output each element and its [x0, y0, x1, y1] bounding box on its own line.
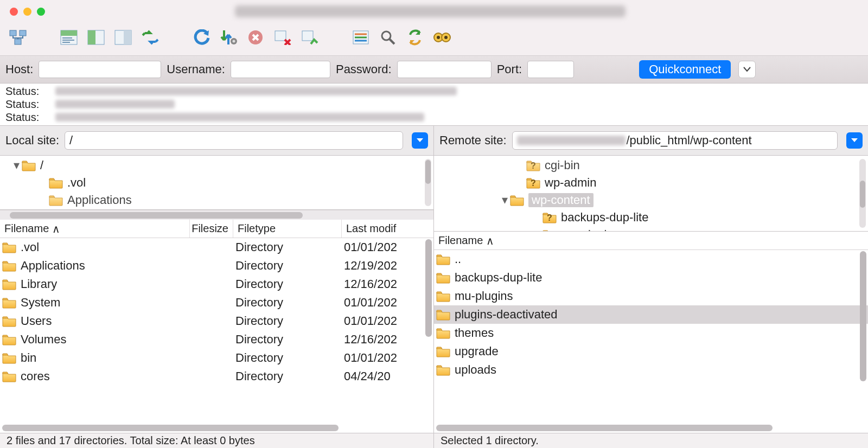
tree-item-label: backups-dup-lite — [561, 210, 648, 225]
tree-item-label: Applications — [67, 193, 132, 207]
chevron-icon[interactable]: ▾ — [11, 158, 22, 172]
local-file-list[interactable]: Filename∧ Filesize Filetype Last modif .… — [0, 220, 433, 433]
search-button[interactable] — [375, 26, 400, 49]
tree-item[interactable]: Applications — [0, 191, 433, 209]
tree-item[interactable]: ? backups-dup-lite — [434, 209, 868, 226]
scrollbar[interactable] — [860, 251, 866, 381]
log-status-label: Status: — [5, 85, 55, 98]
scrollbar[interactable] — [436, 424, 857, 432]
file-name: themes — [455, 326, 494, 340]
svg-point-21 — [382, 31, 391, 40]
file-row[interactable]: LibraryDirectory12/16/202 — [0, 275, 433, 293]
col-filetype[interactable]: Filetype — [233, 220, 342, 238]
host-label: Host: — [5, 62, 33, 76]
local-site-path-input[interactable]: / — [65, 131, 403, 150]
local-directory-tree[interactable]: ▾ / .vol Applications — [0, 156, 433, 210]
log-status-label: Status: — [5, 111, 55, 124]
file-name: .vol — [21, 240, 39, 254]
file-row[interactable]: ApplicationsDirectory12/19/202 — [0, 257, 433, 275]
remote-site-dropdown[interactable] — [846, 132, 863, 149]
file-row[interactable]: uploads — [434, 361, 868, 379]
file-name: Volumes — [21, 332, 66, 347]
file-row[interactable]: UsersDirectory01/01/202 — [0, 312, 433, 330]
file-row[interactable]: mu-plugins — [434, 287, 868, 305]
process-queue-button[interactable] — [216, 26, 241, 49]
file-row[interactable]: .volDirectory01/01/202 — [0, 238, 433, 257]
local-site-dropdown[interactable] — [412, 132, 428, 149]
file-row[interactable]: VolumesDirectory12/16/202 — [0, 330, 433, 349]
refresh-button[interactable] — [189, 26, 214, 49]
remote-file-list[interactable]: Filename∧ .. backups-dup-lite mu-plugins… — [434, 232, 868, 433]
file-row[interactable]: SystemDirectory01/01/202 — [0, 293, 433, 312]
password-input[interactable] — [397, 61, 492, 78]
file-name: uploads — [455, 363, 496, 377]
scrollbar[interactable] — [2, 424, 423, 432]
window-title — [235, 5, 626, 17]
file-type: Directory — [233, 369, 342, 383]
svg-point-26 — [444, 36, 448, 39]
titlebar — [0, 0, 868, 23]
file-row[interactable]: themes — [434, 324, 868, 342]
window-zoom-button[interactable] — [37, 8, 45, 16]
toggle-local-tree-button[interactable] — [84, 26, 108, 49]
scrollbar[interactable] — [859, 159, 866, 228]
scrollbar[interactable] — [425, 239, 432, 337]
file-row[interactable]: upgrade — [434, 342, 868, 361]
sync-button[interactable] — [403, 26, 427, 49]
window-minimize-button[interactable] — [23, 8, 31, 16]
svg-rect-2 — [15, 39, 21, 44]
chevron-icon[interactable]: ▾ — [499, 193, 510, 207]
col-filename[interactable]: Filename∧ — [0, 220, 190, 238]
local-site-bar: Local site: / — [0, 126, 433, 156]
col-filename[interactable]: Filename∧ — [434, 232, 868, 249]
file-type: Directory — [233, 296, 342, 310]
file-row[interactable]: backups-dup-lite — [434, 268, 868, 287]
host-input[interactable] — [39, 61, 161, 78]
file-type: Directory — [233, 351, 342, 365]
scrollbar[interactable] — [425, 159, 431, 206]
site-manager-button[interactable] — [5, 26, 30, 49]
file-row[interactable]: plugins-deactivated — [434, 305, 868, 324]
svg-rect-16 — [302, 31, 313, 41]
file-modified: 12/16/202 — [342, 332, 433, 347]
port-input[interactable] — [527, 61, 574, 78]
col-last-modified[interactable]: Last modif — [342, 220, 433, 238]
username-label: Username: — [167, 62, 225, 76]
tree-item[interactable]: ? cgi-bin — [434, 157, 868, 174]
cancel-button[interactable] — [243, 26, 268, 49]
tree-item[interactable]: ? mu-plugins — [434, 226, 868, 232]
tree-item[interactable]: ▾ / — [0, 157, 433, 174]
tree-item-label: / — [40, 158, 43, 172]
svg-rect-11 — [124, 30, 131, 44]
file-type: Directory — [233, 314, 342, 328]
username-input[interactable] — [231, 61, 330, 78]
tree-item[interactable]: ▾ wp-content — [434, 191, 868, 209]
sort-asc-icon: ∧ — [486, 234, 494, 247]
scrollbar[interactable] — [0, 210, 433, 220]
quickconnect-button[interactable]: Quickconnect — [639, 60, 731, 79]
toggle-log-button[interactable] — [56, 26, 81, 49]
tree-item[interactable]: .vol — [0, 174, 433, 191]
window-close-button[interactable] — [10, 8, 18, 16]
tree-item-label: wp-content — [528, 193, 593, 207]
toggle-remote-tree-button[interactable] — [111, 26, 136, 49]
file-row[interactable]: coresDirectory04/24/20 — [0, 367, 433, 386]
reconnect-button[interactable] — [297, 26, 322, 49]
file-name: Library — [21, 277, 57, 291]
file-row[interactable]: .. — [434, 250, 868, 268]
tree-item[interactable]: ? wp-admin — [434, 174, 868, 191]
toggle-queue-button[interactable] — [138, 26, 163, 49]
main-toolbar — [0, 23, 868, 55]
find-button[interactable] — [430, 26, 455, 49]
col-filesize[interactable]: Filesize — [190, 220, 233, 238]
quickconnect-history-dropdown[interactable] — [738, 61, 756, 78]
filter-button[interactable] — [348, 26, 373, 49]
disconnect-button[interactable] — [270, 26, 295, 49]
remote-directory-tree[interactable]: ? cgi-bin ? wp-admin▾ wp-content ? backu… — [434, 156, 868, 232]
file-row[interactable]: binDirectory01/01/202 — [0, 349, 433, 367]
file-modified: 12/19/202 — [342, 259, 433, 273]
svg-text:?: ? — [531, 161, 536, 170]
remote-site-path-input[interactable]: /public_html/wp-content — [512, 131, 838, 150]
file-name: cores — [21, 369, 50, 383]
message-log[interactable]: Status: Status: Status: — [0, 84, 868, 126]
